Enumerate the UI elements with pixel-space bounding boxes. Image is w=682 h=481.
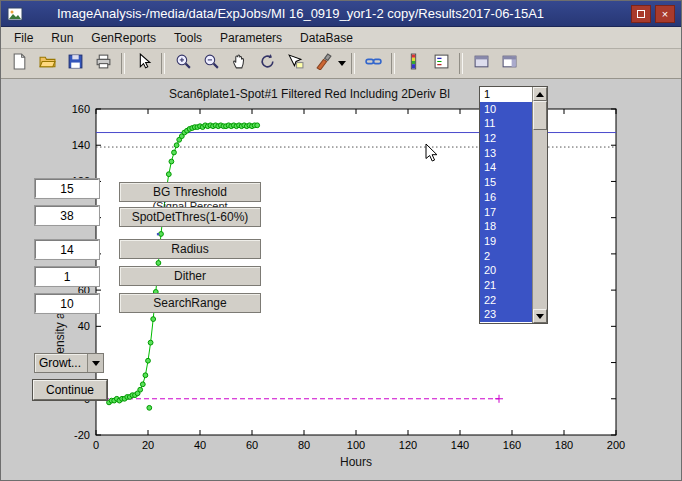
link-plot-button[interactable] xyxy=(360,51,386,77)
y-tick-label: -20 xyxy=(74,429,90,441)
app-icon xyxy=(7,6,23,22)
list-item-spot-17[interactable]: 17 xyxy=(480,205,532,220)
param-input-radius[interactable] xyxy=(35,240,99,259)
param-label-radius: Radius xyxy=(119,239,261,259)
menu-run[interactable]: Run xyxy=(42,28,82,48)
hide-plot-tools-icon xyxy=(473,53,490,74)
mid-dot xyxy=(157,233,159,235)
list-item-spot-10[interactable]: 10 xyxy=(480,102,532,117)
spot-list-items: 110111213141516171819220212223 xyxy=(480,87,532,323)
zoom-in-button[interactable] xyxy=(170,51,196,77)
print-button[interactable] xyxy=(90,51,116,77)
list-item-spot-23[interactable]: 23 xyxy=(480,307,532,322)
menu-bar: FileRunGenReportsToolsParametersDataBase xyxy=(1,27,681,49)
x-tick-label: 100 xyxy=(347,439,365,451)
link-plot-icon xyxy=(365,53,382,74)
new-file-icon xyxy=(11,53,28,74)
open-folder-button[interactable] xyxy=(34,51,60,77)
pan-button[interactable] xyxy=(226,51,252,77)
zoom-in-icon xyxy=(175,53,192,74)
new-file-button[interactable] xyxy=(6,51,32,77)
list-item-spot-21[interactable]: 21 xyxy=(480,278,532,293)
mouse-cursor xyxy=(425,143,439,163)
param-input-bg-threshold[interactable] xyxy=(35,179,99,198)
show-plot-tools-icon xyxy=(501,53,518,74)
insert-legend-button[interactable] xyxy=(428,51,454,77)
edit-plot-button[interactable] xyxy=(130,51,156,77)
list-item-spot-20[interactable]: 20 xyxy=(480,263,532,278)
figure-area: 020406080100120140160180200-200204060801… xyxy=(1,79,682,481)
data-cursor-button[interactable] xyxy=(282,51,308,77)
chevron-down-icon[interactable] xyxy=(87,354,103,372)
toolbar-separator xyxy=(391,53,395,74)
list-item-spot-13[interactable]: 13 xyxy=(480,146,532,161)
y-tick-label: 160 xyxy=(72,103,90,115)
toolbar-separator xyxy=(161,53,165,74)
list-item-spot-12[interactable]: 12 xyxy=(480,131,532,146)
menu-database[interactable]: DataBase xyxy=(291,28,362,48)
list-item-spot-16[interactable]: 16 xyxy=(480,190,532,205)
y-tick-label: 140 xyxy=(72,139,90,151)
outlier-point xyxy=(147,405,152,410)
param-input-dither[interactable] xyxy=(35,267,99,286)
list-item-spot-14[interactable]: 14 xyxy=(480,160,532,175)
rotate-3d-button[interactable] xyxy=(254,51,280,77)
x-tick-label: 80 xyxy=(298,439,310,451)
toolbar-separator xyxy=(351,53,355,74)
show-plot-tools-button[interactable] xyxy=(496,51,522,77)
param-label-bg-threshold: BG Threshold xyxy=(119,182,261,202)
x-axis-label: Hours xyxy=(306,455,406,469)
param-label-spotdetthres-1-60: SpotDetThres(1-60%) xyxy=(119,207,261,227)
x-tick-label: 0 xyxy=(93,439,99,451)
scroll-up-icon xyxy=(536,92,544,97)
rotate-3d-icon xyxy=(259,53,276,74)
list-item-spot-1[interactable]: 1 xyxy=(480,87,532,102)
menu-tools[interactable]: Tools xyxy=(165,28,211,48)
param-input-searchrange[interactable] xyxy=(35,294,99,313)
maximize-button[interactable] xyxy=(631,5,651,23)
insert-colorbar-button[interactable] xyxy=(400,51,426,77)
x-tick-label: 200 xyxy=(607,439,625,451)
insert-colorbar-icon xyxy=(405,53,422,74)
brush-icon xyxy=(315,53,332,74)
zoom-out-button[interactable] xyxy=(198,51,224,77)
toolbar xyxy=(1,49,681,79)
list-item-spot-19[interactable]: 19 xyxy=(480,234,532,249)
scrollbar-thumb[interactable] xyxy=(533,101,547,130)
param-label-dither: Dither xyxy=(119,266,261,286)
brush-dropdown-arrow[interactable] xyxy=(337,52,347,76)
edit-plot-icon xyxy=(135,53,152,74)
close-icon: × xyxy=(662,7,668,21)
scroll-up-button[interactable] xyxy=(533,87,547,101)
pan-icon xyxy=(231,53,248,74)
save-icon xyxy=(67,53,84,74)
param-input-spotdetthres-1-60[interactable] xyxy=(35,206,99,225)
growth-dropdown[interactable]: Growt... xyxy=(34,353,104,373)
menu-file[interactable]: File xyxy=(5,28,42,48)
toolbar-separator xyxy=(459,53,463,74)
x-tick-label: 40 xyxy=(194,439,206,451)
maximize-icon xyxy=(637,10,645,18)
menu-parameters[interactable]: Parameters xyxy=(211,28,291,48)
x-tick-label: 60 xyxy=(246,439,258,451)
x-tick-label: 120 xyxy=(399,439,417,451)
insert-legend-icon xyxy=(433,53,450,74)
continue-button[interactable]: Continue xyxy=(33,380,107,400)
hide-plot-tools-button[interactable] xyxy=(468,51,494,77)
app-window: ImageAnalysis-/media/data/ExpJobs/MI 16_… xyxy=(0,0,682,481)
growth-dropdown-label: Growt... xyxy=(35,356,87,370)
title-bar[interactable]: ImageAnalysis-/media/data/ExpJobs/MI 16_… xyxy=(1,1,681,27)
list-item-spot-11[interactable]: 11 xyxy=(480,116,532,131)
list-item-spot-2[interactable]: 2 xyxy=(480,249,532,264)
menu-genreports[interactable]: GenReports xyxy=(82,28,165,48)
plot-title: Scan6plate1-Spot#1 Filtered Red Includin… xyxy=(169,87,450,101)
list-item-spot-22[interactable]: 22 xyxy=(480,293,532,308)
print-icon xyxy=(95,53,112,74)
list-item-spot-15[interactable]: 15 xyxy=(480,175,532,190)
save-button[interactable] xyxy=(62,51,88,77)
close-button[interactable]: × xyxy=(655,5,675,23)
listbox-scrollbar[interactable] xyxy=(532,87,547,323)
list-item-spot-18[interactable]: 18 xyxy=(480,219,532,234)
brush-button[interactable] xyxy=(310,51,336,77)
scroll-down-button[interactable] xyxy=(533,309,547,323)
